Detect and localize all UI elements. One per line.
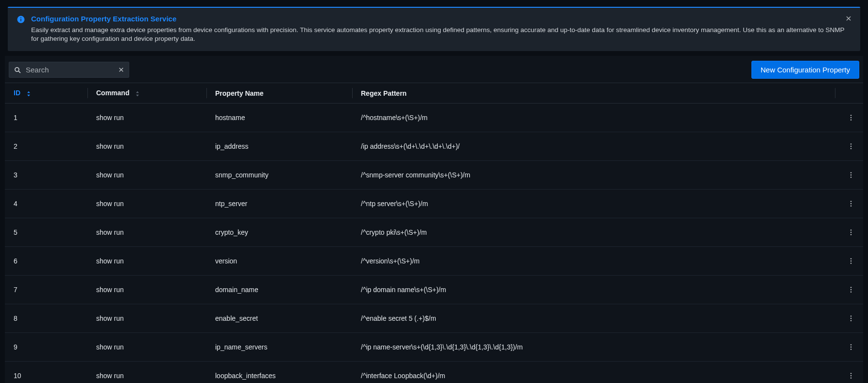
cell-id: 6 xyxy=(5,246,87,275)
cell-actions xyxy=(835,275,863,304)
cell-id: 5 xyxy=(5,218,87,246)
svg-point-36 xyxy=(851,373,851,374)
svg-point-23 xyxy=(851,234,851,235)
more-vertical-icon xyxy=(847,343,855,351)
row-actions-button[interactable] xyxy=(844,168,858,182)
banner-description: Easily extract and manage extra device p… xyxy=(31,26,851,43)
cell-id: 9 xyxy=(5,332,87,361)
cell-id: 4 xyxy=(5,189,87,218)
table-row[interactable]: 6show runversion/^version\s+(\S+)/m xyxy=(5,246,863,275)
row-actions-button[interactable] xyxy=(844,197,858,210)
table-row[interactable]: 3show runsnmp_community/^snmp-server com… xyxy=(5,160,863,189)
more-vertical-icon xyxy=(847,171,855,179)
svg-rect-1 xyxy=(20,19,21,21)
svg-point-26 xyxy=(851,262,851,263)
cell-command: show run xyxy=(87,332,206,361)
row-actions-button[interactable] xyxy=(844,254,858,268)
new-configuration-property-button[interactable]: New Configuration Property xyxy=(751,61,859,79)
row-actions-button[interactable] xyxy=(844,283,858,296)
svg-point-38 xyxy=(851,377,851,378)
svg-point-30 xyxy=(851,315,851,316)
row-actions-button[interactable] xyxy=(844,312,858,325)
column-header-actions xyxy=(835,83,863,103)
table-header-row: ID Command Property Name Regex Pattern xyxy=(5,83,863,103)
svg-point-14 xyxy=(851,148,851,149)
row-actions-button[interactable] xyxy=(844,340,858,354)
table-row[interactable]: 5show runcrypto_key/^crypto pki\s+(\S+)/… xyxy=(5,218,863,246)
cell-property-name: snmp_community xyxy=(206,160,352,189)
toolbar: New Configuration Property xyxy=(5,56,863,83)
cell-property-name: crypto_key xyxy=(206,218,352,246)
cell-property-name: ip_address xyxy=(206,132,352,160)
cell-actions xyxy=(835,103,863,132)
svg-point-28 xyxy=(851,289,851,290)
svg-point-12 xyxy=(851,143,851,144)
info-icon xyxy=(17,15,25,24)
column-header-label: Property Name xyxy=(215,89,264,97)
cell-property-name: ip_name_servers xyxy=(206,332,352,361)
cell-command: show run xyxy=(87,218,206,246)
table-row[interactable]: 9show runip_name_servers/^ip name-server… xyxy=(5,332,863,361)
cell-regex-pattern: /^hostname\s+(\S+)/m xyxy=(352,103,835,132)
svg-point-31 xyxy=(851,318,851,319)
cell-regex-pattern: /^ip name-server\s+(\d{1,3}\.\d{1,3}\.\d… xyxy=(352,332,835,361)
table-row[interactable]: 7show rundomain_name/^ip domain name\s+(… xyxy=(5,275,863,304)
search-input[interactable] xyxy=(9,62,129,78)
svg-rect-2 xyxy=(20,17,21,18)
row-actions-button[interactable] xyxy=(844,226,858,239)
svg-point-33 xyxy=(851,344,851,345)
more-vertical-icon xyxy=(847,257,855,265)
cell-regex-pattern: /^snmp-server community\s+(\S+)/m xyxy=(352,160,835,189)
more-vertical-icon xyxy=(847,114,855,122)
column-header-property-name[interactable]: Property Name xyxy=(206,83,352,103)
cell-command: show run xyxy=(87,304,206,332)
svg-point-13 xyxy=(851,146,851,147)
cell-property-name: domain_name xyxy=(206,275,352,304)
table-row[interactable]: 4show runntp_server/^ntp server\s+(\S+)/… xyxy=(5,189,863,218)
cell-actions xyxy=(835,189,863,218)
column-header-regex-pattern[interactable]: Regex Pattern xyxy=(352,83,835,103)
row-actions-button[interactable] xyxy=(844,139,858,153)
table-row[interactable]: 2show runip_address/ip address\s+(\d+\.\… xyxy=(5,132,863,160)
cell-regex-pattern: /^enable secret 5 (.+)$/m xyxy=(352,304,835,332)
table-row[interactable]: 10show runloopback_interfaces/^interface… xyxy=(5,361,863,383)
row-actions-button[interactable] xyxy=(844,369,858,383)
cell-actions xyxy=(835,361,863,383)
table-row[interactable]: 8show runenable_secret/^enable secret 5 … xyxy=(5,304,863,332)
cell-property-name: ntp_server xyxy=(206,189,352,218)
cell-actions xyxy=(835,160,863,189)
cell-regex-pattern: /^crypto pki\s+(\S+)/m xyxy=(352,218,835,246)
banner-close-button[interactable] xyxy=(844,14,853,23)
close-icon xyxy=(118,67,124,73)
info-banner: Configuration Property Extraction Servic… xyxy=(8,7,860,51)
column-header-id[interactable]: ID xyxy=(5,83,87,103)
row-actions-button[interactable] xyxy=(844,111,858,124)
cell-command: show run xyxy=(87,160,206,189)
properties-table: ID Command Property Name Regex Pattern xyxy=(5,83,863,383)
cell-regex-pattern: /^ip domain name\s+(\S+)/m xyxy=(352,275,835,304)
svg-point-25 xyxy=(851,261,851,261)
search-clear-button[interactable] xyxy=(116,65,126,75)
svg-point-24 xyxy=(851,258,851,259)
cell-command: show run xyxy=(87,189,206,218)
cell-id: 3 xyxy=(5,160,87,189)
sort-icon xyxy=(25,90,32,97)
cell-property-name: loopback_interfaces xyxy=(206,361,352,383)
svg-point-9 xyxy=(851,115,851,116)
svg-point-21 xyxy=(851,229,851,230)
cell-actions xyxy=(835,218,863,246)
more-vertical-icon xyxy=(847,314,855,322)
svg-point-29 xyxy=(851,291,851,292)
cell-command: show run xyxy=(87,275,206,304)
svg-point-15 xyxy=(851,172,851,173)
table-row[interactable]: 1show runhostname/^hostname\s+(\S+)/m xyxy=(5,103,863,132)
cell-command: show run xyxy=(87,246,206,275)
column-header-command[interactable]: Command xyxy=(87,83,206,103)
svg-point-18 xyxy=(851,201,851,202)
cell-property-name: hostname xyxy=(206,103,352,132)
svg-point-11 xyxy=(851,119,851,120)
column-header-label: Command xyxy=(96,89,129,97)
more-vertical-icon xyxy=(847,142,855,150)
cell-id: 8 xyxy=(5,304,87,332)
banner-title: Configuration Property Extraction Servic… xyxy=(31,15,851,23)
